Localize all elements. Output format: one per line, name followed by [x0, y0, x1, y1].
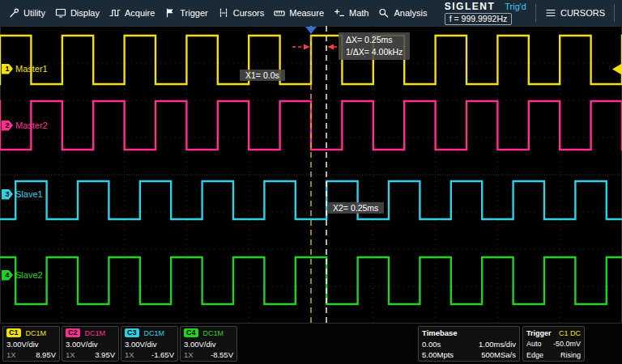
- timebase-box[interactable]: Timebase 0.00s 1.00ms/div 5.00Mpts 500MS…: [418, 326, 520, 362]
- trigger-status-label: Trig'd: [505, 2, 526, 11]
- timebase-scale: 1.00ms/div: [479, 340, 516, 349]
- timebase-title: Timebase: [422, 328, 458, 337]
- menu-acquire[interactable]: Acquire: [104, 0, 160, 26]
- siglent-logo: SIGLENT: [445, 1, 496, 12]
- channel-number-badge: 3: [2, 189, 13, 200]
- channel-position-marker-c4[interactable]: 4 Slave2: [2, 269, 43, 281]
- channel-number-badge: 4: [2, 270, 13, 281]
- trigger-mode: Auto: [526, 340, 542, 348]
- menu-cursors[interactable]: Cursors: [213, 0, 270, 26]
- frequency-readout: f = 999.9992Hz: [445, 13, 513, 25]
- probe-c1: 1X: [6, 350, 16, 359]
- channel-alias-label: Master2: [15, 121, 48, 130]
- menu-trigger[interactable]: Trigger: [160, 0, 212, 26]
- divider: [614, 4, 615, 22]
- channel-alias-label: Master1: [15, 64, 48, 74]
- menu-display[interactable]: Display: [50, 0, 104, 26]
- coupling-c2: DC1M: [85, 329, 106, 337]
- cursor-x2-readout: X2= 0.25ms: [327, 202, 384, 214]
- probe-c4: 1X: [184, 350, 194, 359]
- trigger-position-marker[interactable]: [305, 27, 317, 34]
- trigger-title: Trigger: [526, 329, 552, 337]
- wrench-icon: [8, 8, 19, 18]
- menu-measure-label: Measure: [289, 8, 324, 18]
- trigger-source: C1 DC: [559, 329, 581, 337]
- channel-c4-box[interactable]: C4 DC1M 3.00V/div 1X -8.55V: [180, 326, 237, 362]
- channel-alias-label: Slave1: [15, 189, 43, 199]
- menu-lines-icon: [545, 8, 556, 18]
- trigger-slope: Rising: [560, 351, 581, 359]
- waveform-icon: [109, 8, 121, 18]
- menu-cursors-label: Cursors: [233, 8, 265, 18]
- menu-acquire-label: Acquire: [125, 8, 155, 18]
- channel-c1-box[interactable]: C1 DC1M 3.00V/div 1X 8.95V: [2, 326, 60, 362]
- scale-c2: 3.00V/div: [66, 340, 98, 349]
- plus-minus-icon: [334, 8, 345, 18]
- trigger-level: -50.0mV: [553, 340, 581, 348]
- channel-position-marker-c1[interactable]: 1 Master1: [2, 63, 48, 74]
- channel-c3-box[interactable]: C3 DC1M 3.00V/div 1X -1.65V: [121, 326, 178, 362]
- offset-c3: -1.65V: [151, 350, 174, 359]
- scope-display-area[interactable]: 1 Master1 2 Master2 3 Slave1 4 Slave2 X1…: [0, 26, 622, 324]
- top-menu-bar: Utility Display Acquire Trigger Cursors …: [0, 0, 622, 26]
- cursor-x1-readout: X1= 0.0s: [240, 70, 285, 81]
- channel-number-badge: 1: [2, 64, 13, 74]
- flag-icon: [164, 8, 176, 18]
- menu-display-label: Display: [70, 8, 100, 18]
- memory-depth: 5.00Mpts: [422, 350, 454, 359]
- frequency-value: f = 999.9992Hz: [449, 14, 508, 23]
- probe-c3: 1X: [125, 350, 134, 359]
- menu-analysis[interactable]: Analysis: [373, 0, 432, 26]
- cursors-panel-label: CURSORS: [560, 8, 605, 18]
- channel-number-badge: 2: [2, 121, 13, 131]
- cursors-panel-button[interactable]: CURSORS: [540, 0, 610, 26]
- bottom-status-bar: C1 DC1M 3.00V/div 1X 8.95V C2 DC1M 3.00V…: [0, 324, 622, 364]
- menu-math[interactable]: Math: [329, 0, 373, 26]
- menu-analysis-label: Analysis: [394, 8, 427, 18]
- channel-badge-c4: C4: [184, 328, 198, 337]
- trigger-level-marker[interactable]: [612, 64, 621, 74]
- cursor-lines-icon: [218, 8, 229, 18]
- coupling-c1: DC1M: [26, 329, 47, 337]
- channel-badge-c1: C1: [6, 328, 21, 337]
- menu-measure[interactable]: Measure: [269, 0, 329, 26]
- cursor-delta-readout: ΔX= 0.25ms 1/ΔX= 4.00kHz: [339, 32, 410, 60]
- menu-math-label: Math: [349, 8, 369, 18]
- scale-c3: 3.00V/div: [125, 340, 157, 349]
- channel-badge-c3: C3: [125, 328, 139, 337]
- offset-c4: -8.55V: [211, 350, 233, 359]
- brand-status-block: SIGLENT Trig'd f = 999.9992Hz: [440, 1, 531, 25]
- display-icon: [55, 8, 66, 18]
- offset-c2: 3.95V: [95, 350, 115, 359]
- divider: [535, 4, 536, 22]
- channel-position-marker-c3[interactable]: 3 Slave1: [2, 188, 43, 200]
- menu-utility-label: Utility: [23, 8, 45, 18]
- trigger-type: Edge: [526, 351, 543, 359]
- offset-c1: 8.95V: [36, 350, 56, 359]
- channel-position-marker-c2[interactable]: 2 Master2: [2, 120, 48, 131]
- delta-measure-arrows: [292, 44, 345, 50]
- scale-c4: 3.00V/div: [184, 340, 216, 349]
- menu-utility[interactable]: Utility: [3, 0, 50, 26]
- coupling-c3: DC1M: [144, 329, 165, 337]
- channel-alias-label: Slave2: [15, 270, 43, 280]
- sample-rate: 500MSa/s: [481, 350, 516, 359]
- delta-x-value: ΔX= 0.25ms: [346, 34, 403, 46]
- inverse-delta-x-value: 1/ΔX= 4.00kHz: [346, 46, 403, 58]
- scale-c1: 3.00V/div: [6, 340, 39, 349]
- channel-badge-c2: C2: [66, 328, 80, 337]
- trigger-box[interactable]: Trigger C1 DC Auto -50.0mV Edge Rising: [522, 326, 585, 362]
- menu-trigger-label: Trigger: [180, 8, 207, 18]
- timebase-delay: 0.00s: [422, 340, 441, 349]
- magnifier-icon: [378, 8, 390, 18]
- probe-c2: 1X: [66, 350, 75, 359]
- channel-c2-box[interactable]: C2 DC1M 3.00V/div 1X 3.95V: [62, 326, 119, 362]
- ruler-icon: [274, 8, 285, 18]
- coupling-c4: DC1M: [203, 329, 224, 337]
